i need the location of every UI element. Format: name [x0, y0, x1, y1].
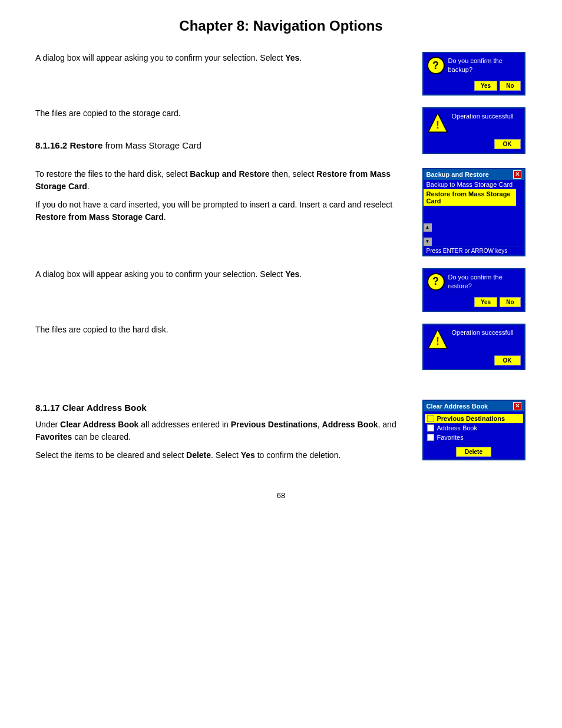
page-title: Chapter 8: Navigation Options: [35, 18, 527, 34]
ok-button-storage[interactable]: OK: [494, 139, 521, 149]
dialog-backup-text: Do you confirm the backup?: [448, 57, 521, 75]
checkbox-favorites[interactable]: [427, 434, 434, 441]
page-footer: 68: [35, 491, 527, 500]
widget-clear-address: Clear Address Book ✕ Previous Destinatio…: [421, 400, 527, 460]
list-item-backup[interactable]: Backup to Mass Storage Card: [424, 180, 516, 189]
list-item-restore[interactable]: Restore from Mass Storage Card: [424, 189, 516, 206]
text-restore-instructions: To restore the files to the hard disk, s…: [35, 168, 409, 229]
widget-confirm-restore: ? Do you confirm the restore? Yes No: [421, 268, 527, 312]
para-files-copied-disk: The files are copied to the hard disk.: [35, 324, 409, 336]
cab-item-favorites[interactable]: Favorites: [427, 433, 521, 442]
svg-text:!: !: [436, 335, 439, 347]
heading-clear-address: 8.1.17 Clear Address Book: [35, 403, 409, 413]
ok-button-disk[interactable]: OK: [494, 355, 521, 365]
para-restore-2: If you do not have a card inserted, you …: [35, 199, 409, 223]
para-clear-address-1: Under Clear Address Book all addresses e…: [35, 419, 409, 443]
page-number: 68: [277, 491, 285, 500]
heading-restore: 8.1.16.2 Restore from Mass Storage Card: [35, 140, 409, 150]
list-footer: Press ENTER or ARROW keys: [424, 246, 524, 255]
dialog-clear-address-book: Clear Address Book ✕ Previous Destinatio…: [422, 400, 525, 460]
section-confirm-backup: A dialog box will appear asking you to c…: [35, 52, 527, 95]
list-title: Backup and Restore: [427, 171, 489, 178]
text-confirm-restore: A dialog box will appear asking you to c…: [35, 268, 409, 286]
scroll-up-button[interactable]: ▲: [424, 223, 432, 232]
widget-confirm-backup: ? Do you confirm the backup? Yes No: [421, 52, 527, 95]
yes-button-restore[interactable]: Yes: [474, 297, 497, 307]
cab-item-address-book[interactable]: Address Book: [427, 423, 521, 433]
section-files-copied-storage: The files are copied to the storage card…: [35, 107, 527, 156]
dialog-success-disk-text: Operation successfull: [452, 328, 514, 337]
yes-button-backup[interactable]: Yes: [474, 81, 497, 91]
dialog-confirm-backup: ? Do you confirm the backup? Yes No: [422, 52, 525, 95]
section-restore-instructions: To restore the files to the hard disk, s…: [35, 168, 527, 256]
delete-button[interactable]: Delete: [456, 447, 491, 457]
para-confirm-restore: A dialog box will appear asking you to c…: [35, 268, 409, 281]
para-restore-1: To restore the files to the hard disk, s…: [35, 168, 409, 193]
cab-close-button[interactable]: ✕: [513, 402, 521, 410]
list-close-button[interactable]: ✕: [513, 170, 521, 179]
checkbox-previous-destinations[interactable]: [427, 415, 434, 422]
para-clear-address-2: Select the items to be cleared and selec…: [35, 449, 409, 462]
dialog-success-storage-text: Operation successfull: [452, 112, 514, 121]
text-clear-address: 8.1.17 Clear Address Book Under Clear Ad…: [35, 400, 409, 467]
cab-item-previous-destinations[interactable]: Previous Destinations: [425, 414, 523, 423]
question-icon: ?: [427, 57, 445, 74]
question-icon-restore: ?: [427, 273, 445, 291]
widget-restore-list: Backup and Restore ✕ Backup to Mass Stor…: [421, 168, 527, 256]
section-clear-address: 8.1.17 Clear Address Book Under Clear Ad…: [35, 400, 527, 467]
dialog-success-disk: ! Operation successfull OK: [422, 324, 525, 370]
section-confirm-restore: A dialog box will appear asking you to c…: [35, 268, 527, 312]
section-files-copied-disk: The files are copied to the hard disk. !…: [35, 324, 527, 370]
no-button-restore[interactable]: No: [500, 297, 520, 307]
cab-title: Clear Address Book: [427, 403, 488, 410]
scroll-down-button[interactable]: ▼: [424, 238, 432, 246]
text-files-copied-storage: The files are copied to the storage card…: [35, 107, 409, 156]
warning-icon-disk: !: [427, 328, 448, 350]
warning-icon-storage: !: [427, 112, 448, 133]
dialog-confirm-restore: ? Do you confirm the restore? Yes No: [422, 268, 525, 312]
dialog-restore-text: Do you confirm the restore?: [448, 273, 521, 291]
list-backup-restore: Backup and Restore ✕ Backup to Mass Stor…: [422, 168, 525, 256]
no-button-backup[interactable]: No: [500, 81, 520, 91]
widget-success-disk: ! Operation successfull OK: [421, 324, 527, 370]
para-confirm-backup: A dialog box will appear asking you to c…: [35, 52, 409, 64]
text-files-copied-disk: The files are copied to the hard disk.: [35, 324, 409, 342]
dialog-success-storage: ! Operation successfull OK: [422, 107, 525, 154]
widget-success-storage: ! Operation successfull OK: [421, 107, 527, 154]
svg-text:!: !: [436, 119, 439, 131]
para-files-copied-storage: The files are copied to the storage card…: [35, 107, 409, 120]
checkbox-address-book[interactable]: [427, 424, 434, 431]
text-confirm-backup: A dialog box will appear asking you to c…: [35, 52, 409, 70]
